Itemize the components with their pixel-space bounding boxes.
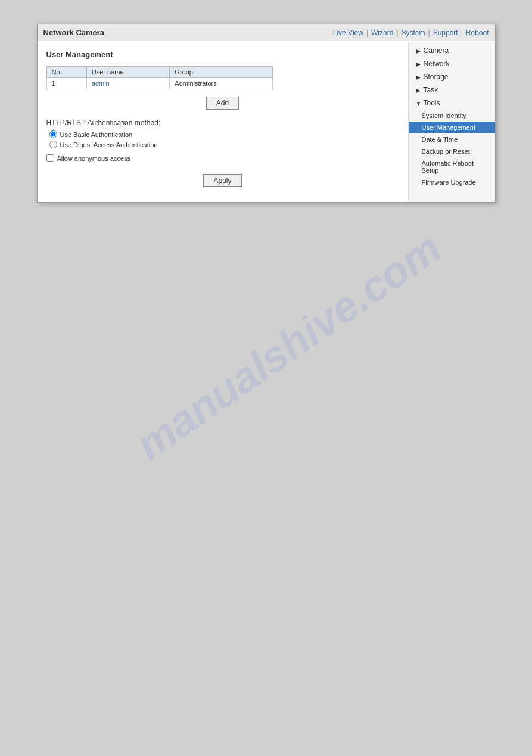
nav-reboot[interactable]: Reboot bbox=[466, 29, 489, 37]
sidebar-item-camera[interactable]: ▶ Camera bbox=[409, 44, 495, 57]
sidebar-item-system-identity[interactable]: System Identity bbox=[409, 110, 495, 122]
sidebar-item-firmware[interactable]: Firmware Upgrade bbox=[409, 176, 495, 188]
anonymous-access-checkbox[interactable] bbox=[46, 154, 54, 162]
sidebar: ▶ Camera ▶ Network ▶ Storage bbox=[409, 41, 495, 202]
nav-sep-2: | bbox=[396, 29, 398, 37]
radio-basic-input[interactable] bbox=[49, 130, 57, 138]
sidebar-label-network: Network bbox=[424, 60, 450, 68]
sidebar-item-user-management[interactable]: User Management bbox=[409, 122, 495, 133]
nav-support[interactable]: Support bbox=[433, 29, 458, 37]
nav-sep-4: | bbox=[461, 29, 463, 37]
arrow-icon-tools: ▼ bbox=[416, 100, 422, 107]
col-header-username: User name bbox=[86, 67, 170, 78]
sidebar-label-user-management: User Management bbox=[422, 124, 476, 131]
cell-no: 1 bbox=[46, 78, 86, 89]
top-nav: Live View | Wizard | System | Support | … bbox=[333, 29, 489, 37]
auth-section: HTTP/RTSP Authentication method: Use Bas… bbox=[46, 119, 399, 162]
sidebar-label-task: Task bbox=[424, 86, 438, 94]
radio-digest: Use Digest Access Authentication bbox=[49, 141, 399, 148]
app-title: Network Camera bbox=[43, 28, 105, 37]
cell-username: admin bbox=[86, 78, 170, 89]
auth-label: HTTP/RTSP Authentication method: bbox=[46, 119, 399, 127]
anonymous-access-item: Allow anonymous access bbox=[46, 154, 399, 162]
sidebar-item-network[interactable]: ▶ Network bbox=[409, 57, 495, 70]
sidebar-label-auto-reboot: Automatic Reboot Setup bbox=[422, 160, 490, 174]
sidebar-label-camera: Camera bbox=[424, 46, 449, 55]
sidebar-item-task[interactable]: ▶ Task bbox=[409, 83, 495, 97]
radio-digest-label[interactable]: Use Digest Access Authentication bbox=[60, 141, 158, 148]
nav-wizard[interactable]: Wizard bbox=[371, 29, 393, 37]
sidebar-item-date-time[interactable]: Date & Time bbox=[409, 133, 495, 145]
content-panel: User Management No. User name Group bbox=[38, 41, 409, 202]
sidebar-label-tools: Tools bbox=[424, 99, 440, 107]
sidebar-item-tools[interactable]: ▼ Tools bbox=[409, 97, 495, 110]
radio-basic: Use Basic Authentication bbox=[49, 130, 399, 138]
section-title: User Management bbox=[46, 50, 399, 59]
table-row: 1adminAdministrators bbox=[46, 78, 272, 89]
radio-digest-input[interactable] bbox=[49, 141, 57, 148]
sidebar-item-backup-reset[interactable]: Backup or Reset bbox=[409, 145, 495, 157]
nav-live-view[interactable]: Live View bbox=[333, 29, 363, 37]
anonymous-access-label[interactable]: Allow anonymous access bbox=[57, 155, 131, 162]
user-table: No. User name Group 1adminAdministrators bbox=[46, 66, 273, 89]
arrow-icon-network: ▶ bbox=[416, 61, 422, 67]
arrow-icon-task: ▶ bbox=[416, 87, 422, 94]
col-header-no: No. bbox=[46, 67, 86, 78]
col-header-group: Group bbox=[170, 67, 272, 78]
arrow-icon: ▶ bbox=[416, 48, 422, 54]
radio-basic-label[interactable]: Use Basic Authentication bbox=[60, 131, 133, 138]
add-button[interactable]: Add bbox=[206, 97, 239, 110]
sidebar-item-storage[interactable]: ▶ Storage bbox=[409, 70, 495, 83]
sidebar-label-backup-reset: Backup or Reset bbox=[422, 148, 470, 155]
user-link[interactable]: admin bbox=[92, 80, 110, 87]
apply-button[interactable]: Apply bbox=[203, 174, 241, 187]
nav-sep-3: | bbox=[428, 29, 430, 37]
cell-group: Administrators bbox=[170, 78, 272, 89]
watermark: manualshive.com bbox=[127, 223, 450, 469]
arrow-icon-storage: ▶ bbox=[416, 74, 422, 80]
sidebar-label-storage: Storage bbox=[424, 73, 449, 81]
sidebar-label-system-identity: System Identity bbox=[422, 112, 466, 119]
radio-group: Use Basic Authentication Use Digest Acce… bbox=[49, 130, 399, 148]
sidebar-label-firmware: Firmware Upgrade bbox=[422, 179, 476, 186]
nav-sep-1: | bbox=[366, 29, 368, 37]
nav-system[interactable]: System bbox=[402, 29, 425, 37]
sidebar-label-date-time: Date & Time bbox=[422, 136, 458, 143]
sidebar-item-auto-reboot[interactable]: Automatic Reboot Setup bbox=[409, 157, 495, 176]
